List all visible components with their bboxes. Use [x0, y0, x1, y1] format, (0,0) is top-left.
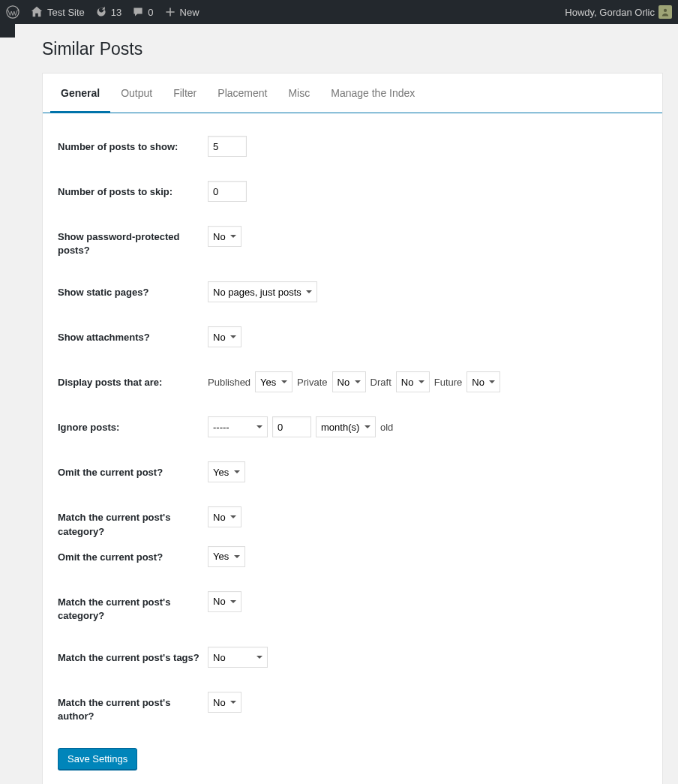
howdy-text: Howdy, Gordan Orlic: [565, 7, 655, 18]
label-match-cat-1: Match the current post's category?: [58, 506, 208, 538]
select-omit-current-1[interactable]: Yes: [208, 461, 245, 482]
tab-general[interactable]: General: [50, 74, 110, 113]
settings-form: Number of posts to show: Number of posts…: [43, 136, 662, 770]
select-published[interactable]: Yes: [255, 371, 292, 392]
comments-link[interactable]: 0: [132, 6, 153, 18]
page-title: Similar Posts: [42, 39, 663, 59]
label-private: Private: [297, 377, 327, 388]
save-settings-button[interactable]: Save Settings: [58, 748, 137, 770]
label-future: Future: [434, 377, 463, 388]
home-icon: [30, 5, 44, 19]
select-match-tags[interactable]: No: [208, 647, 268, 668]
refresh-icon: [95, 6, 107, 18]
plus-icon: [164, 6, 176, 18]
label-omit-current-2: Omit the current post?: [58, 546, 208, 564]
site-name-link[interactable]: Test Site: [30, 5, 85, 19]
label-show-attach: Show attachments?: [58, 326, 208, 344]
admin-bar: Test Site 13 0 New Howdy, Gordan Orlic: [0, 0, 678, 24]
input-num-show[interactable]: [208, 136, 247, 157]
select-show-pw[interactable]: No: [208, 226, 242, 247]
tab-manage-index[interactable]: Manage the Index: [320, 74, 425, 113]
select-ignore-compare[interactable]: -----: [208, 416, 268, 437]
tabs-nav: General Output Filter Placement Misc Man…: [43, 74, 662, 113]
label-draft: Draft: [370, 377, 392, 388]
comment-icon: [132, 6, 144, 18]
label-display-posts: Display posts that are:: [58, 371, 208, 389]
label-match-cat-2: Match the current post's category?: [58, 591, 208, 623]
user-icon: [660, 7, 670, 17]
select-match-cat-2[interactable]: No: [208, 591, 242, 612]
comments-count: 0: [148, 7, 153, 18]
label-match-author: Match the current post's author?: [58, 692, 208, 723]
svg-point-1: [664, 9, 667, 12]
label-show-pw: Show password-protected posts?: [58, 226, 208, 257]
select-private[interactable]: No: [332, 371, 366, 392]
select-future[interactable]: No: [466, 371, 500, 392]
input-ignore-num[interactable]: [272, 416, 311, 437]
label-old: old: [380, 422, 393, 433]
input-num-skip[interactable]: [208, 181, 247, 202]
tab-placement[interactable]: Placement: [207, 74, 278, 113]
new-content-link[interactable]: New: [164, 6, 200, 18]
tab-output[interactable]: Output: [110, 74, 163, 113]
wordpress-logo-icon[interactable]: [6, 5, 20, 19]
select-match-author[interactable]: No: [208, 692, 242, 713]
label-published: Published: [208, 377, 250, 388]
tab-misc[interactable]: Misc: [278, 74, 320, 113]
account-link[interactable]: Howdy, Gordan Orlic: [565, 5, 672, 19]
select-ignore-unit[interactable]: month(s): [316, 416, 376, 437]
select-match-cat-1[interactable]: No: [208, 506, 242, 527]
sidebar-collapsed: [0, 24, 15, 38]
label-match-tags: Match the current post's tags?: [58, 647, 208, 665]
label-num-show: Number of posts to show:: [58, 136, 208, 154]
select-draft[interactable]: No: [396, 371, 430, 392]
site-name-text: Test Site: [47, 7, 85, 18]
select-show-static[interactable]: No pages, just posts: [208, 281, 317, 302]
select-show-attach[interactable]: No: [208, 326, 242, 347]
new-label: New: [180, 7, 200, 18]
updates-link[interactable]: 13: [95, 6, 122, 18]
settings-card: General Output Filter Placement Misc Man…: [42, 73, 663, 784]
label-num-skip: Number of posts to skip:: [58, 181, 208, 199]
avatar: [658, 5, 672, 19]
label-show-static: Show static pages?: [58, 281, 208, 299]
updates-count: 13: [111, 7, 122, 18]
label-ignore: Ignore posts:: [58, 416, 208, 434]
label-omit-current-1: Omit the current post?: [58, 461, 208, 479]
select-omit-current-2[interactable]: Yes: [208, 546, 245, 567]
tab-filter[interactable]: Filter: [163, 74, 207, 113]
